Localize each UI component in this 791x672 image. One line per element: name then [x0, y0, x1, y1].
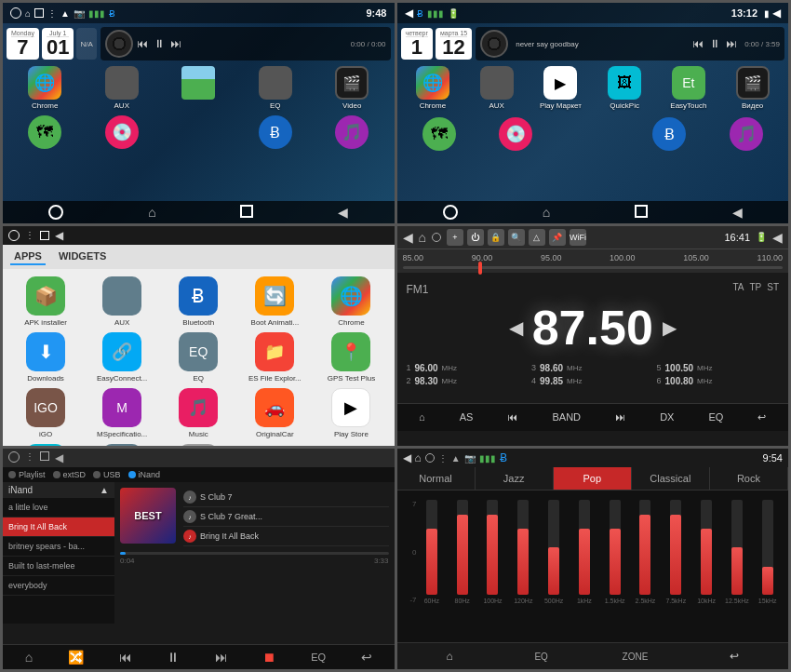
source-extsd[interactable]: extSD	[53, 470, 87, 479]
app-bluetooth[interactable]: Ƀ	[239, 115, 313, 149]
eq-track-10khz[interactable]	[701, 500, 712, 595]
app-music[interactable]: 🎵	[315, 115, 389, 149]
drawer-easyconnect[interactable]: 🔗 EasyConnect...	[87, 332, 157, 383]
eq-home-icon[interactable]: ⌂	[415, 451, 422, 464]
preset-3[interactable]: 3 98.60 MHz	[531, 363, 654, 373]
music-shuffle-btn[interactable]: 🔀	[68, 650, 84, 665]
app-disc-tr[interactable]: 💿	[479, 117, 553, 151]
prev-track-button[interactable]: ⏮	[137, 37, 148, 50]
app-color-grid-tr[interactable]	[556, 117, 630, 151]
music-widget-tr[interactable]: never say goodbay ⏮ ⏸ ⏭ 0:00 / 3:59	[476, 27, 784, 60]
app-color-grid[interactable]	[162, 115, 235, 149]
music-eq-btn[interactable]: EQ	[311, 652, 326, 663]
app-bluetooth-tr[interactable]: Ƀ	[633, 117, 706, 151]
eq-track-125khz[interactable]	[731, 500, 743, 595]
app-easytouch-tr[interactable]: Et EasyTouch	[659, 66, 719, 110]
playlist-item-1[interactable]: a little love	[3, 498, 114, 517]
eq-back-icon[interactable]: ◀	[403, 451, 411, 464]
playlist-collapse-icon[interactable]: ▲	[100, 485, 109, 495]
eq-track-500hz[interactable]	[548, 500, 559, 595]
music-pause-btn[interactable]: ⏸	[167, 650, 180, 665]
track-1[interactable]: ♪ S Club 7	[183, 488, 389, 507]
next-track-button-tr[interactable]: ⏭	[726, 37, 737, 50]
drawer-esfile[interactable]: 📁 ES File Explor...	[239, 332, 310, 383]
app-music-tr[interactable]: 🎵	[710, 117, 784, 151]
app-maps[interactable]: 🗺	[8, 115, 82, 149]
tab-apps[interactable]: APPS	[10, 249, 46, 265]
radio-back-ctrl[interactable]: ↩	[753, 409, 771, 426]
drawer-downloads[interactable]: ⬇ Downloads	[10, 332, 81, 383]
radio-home-icon[interactable]: ⌂	[419, 230, 426, 245]
radio-triangle-btn[interactable]: △	[529, 229, 545, 246]
source-inand[interactable]: iNand	[128, 470, 161, 479]
nav-circle-btn-tr[interactable]	[443, 205, 458, 220]
radio-next-ctrl[interactable]: ⏭	[610, 409, 630, 425]
app-chrome-tr[interactable]: 🌐 Chrome	[403, 66, 463, 110]
app-photo[interactable]	[162, 66, 235, 110]
drawer-originalcar[interactable]: 🚗 OriginalCar	[239, 388, 310, 438]
nav-back-btn-tr[interactable]: ◀	[732, 205, 743, 220]
preset-pop[interactable]: Pop	[554, 467, 632, 490]
eq-track-120hz[interactable]	[517, 500, 529, 595]
eq-track-15khz[interactable]	[610, 500, 621, 595]
eq-track-25khz[interactable]	[639, 500, 650, 595]
eq-track-60hz[interactable]	[426, 500, 437, 595]
drawer-settings[interactable]: ⚙ Settings	[163, 444, 234, 447]
preset-5[interactable]: 5 100.50 MHz	[657, 363, 780, 373]
nav-home-btn-tr[interactable]: ⌂	[543, 205, 550, 220]
radio-back-icon[interactable]: ◀	[403, 230, 413, 245]
drawer-boot-anim[interactable]: 🔄 Boot Animati...	[239, 276, 310, 327]
drawer-eq[interactable]: EQ EQ	[163, 332, 234, 383]
preset-1[interactable]: 1 96.00 MHz	[407, 363, 530, 373]
playlist-item-4[interactable]: Built to last-melee	[3, 557, 114, 576]
eq-track-15khz-final[interactable]	[762, 500, 773, 595]
preset-jazz[interactable]: Jazz	[476, 467, 554, 490]
drawer-igo[interactable]: IGO iGO	[10, 388, 81, 438]
tab-widgets[interactable]: WIDGETS	[55, 249, 110, 265]
playlist-item-5[interactable]: everybody	[3, 576, 114, 596]
radio-home-ctrl[interactable]: ⌂	[414, 409, 430, 425]
drawer-gps[interactable]: 📍 GPS Test Plus	[315, 332, 386, 383]
preset-rock[interactable]: Rock	[710, 467, 788, 490]
playlist-item-2-active[interactable]: Bring It All Back	[3, 517, 114, 537]
drawer-bluetooth[interactable]: Ƀ Bluetooth	[163, 276, 234, 327]
play-pause-button-tr[interactable]: ⏸	[709, 37, 720, 50]
freq-down-arrow[interactable]: ◀	[509, 316, 523, 339]
music-back-btn[interactable]: ↩	[361, 650, 372, 665]
eq-footer-back[interactable]: ↩	[722, 648, 746, 665]
drawer-music[interactable]: 🎵 Music	[163, 388, 234, 438]
preset-4[interactable]: 4 99.85 MHz	[531, 376, 654, 386]
eq-track-75khz[interactable]	[670, 500, 681, 595]
radio-add-btn[interactable]: +	[447, 229, 463, 246]
freq-slider[interactable]	[403, 266, 784, 269]
preset-classical[interactable]: Classical	[632, 467, 710, 490]
music-prev-btn[interactable]: ⏮	[119, 650, 132, 665]
eq-track-80hz[interactable]	[457, 500, 468, 595]
nav-circle-btn[interactable]	[48, 205, 63, 220]
preset-normal[interactable]: Normal	[397, 467, 476, 490]
eq-track-1khz[interactable]	[579, 500, 590, 595]
radio-prev-ctrl[interactable]: ⏮	[503, 409, 522, 425]
radio-as-btn[interactable]: AS	[455, 409, 478, 425]
freq-up-arrow[interactable]: ▶	[663, 316, 677, 339]
radio-eq-btn[interactable]: EQ	[704, 409, 728, 425]
app-quickpic-tr[interactable]: 🖼 QuickPic	[595, 66, 655, 110]
eq-footer-home[interactable]: ⌂	[438, 648, 460, 665]
app-chrome[interactable]: 🌐 Chrome	[8, 66, 82, 110]
radio-band-btn[interactable]: BAND	[548, 409, 586, 425]
radio-wifi-btn[interactable]: WiFi	[570, 229, 586, 246]
drawer-playstore[interactable]: ▶ Play Store	[315, 388, 386, 438]
drawer-apk-installer[interactable]: 📦 APK installer	[10, 276, 81, 327]
app-eq[interactable]: EQ	[239, 66, 313, 110]
music-stop-btn[interactable]: ⏹	[262, 650, 275, 665]
app-aux[interactable]: AUX	[86, 66, 159, 110]
preset-2[interactable]: 2 98.30 MHz	[407, 376, 530, 386]
app-maps-tr[interactable]: 🗺	[403, 117, 476, 151]
app-video-tr[interactable]: 🎬 Видео	[722, 66, 783, 110]
app-video[interactable]: 🎬 Video	[315, 66, 389, 110]
drawer-aux[interactable]: AUX	[87, 276, 157, 327]
radio-lock-btn[interactable]: 🔒	[488, 229, 504, 246]
next-track-button[interactable]: ⏭	[170, 37, 181, 50]
music-widget-tl[interactable]: ⏮ ⏸ ⏭ 0:00 / 0:00	[101, 27, 391, 60]
music-next-btn[interactable]: ⏭	[215, 650, 228, 665]
